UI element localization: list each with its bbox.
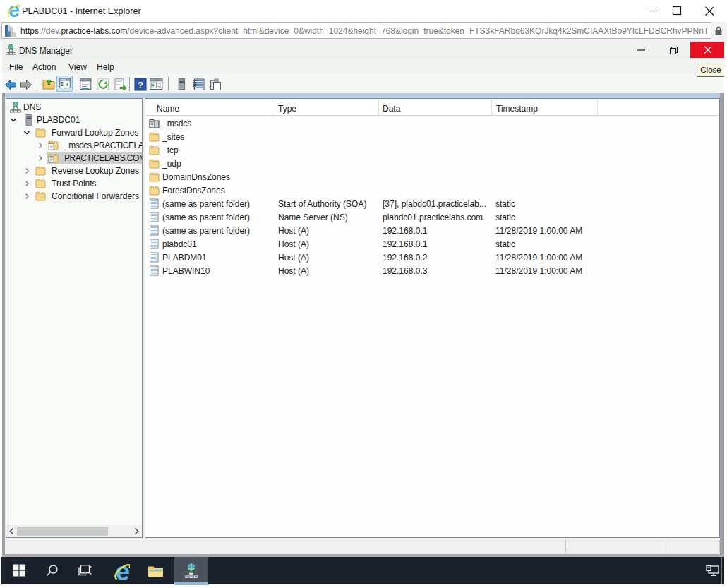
- svg-text:?: ?: [138, 80, 143, 90]
